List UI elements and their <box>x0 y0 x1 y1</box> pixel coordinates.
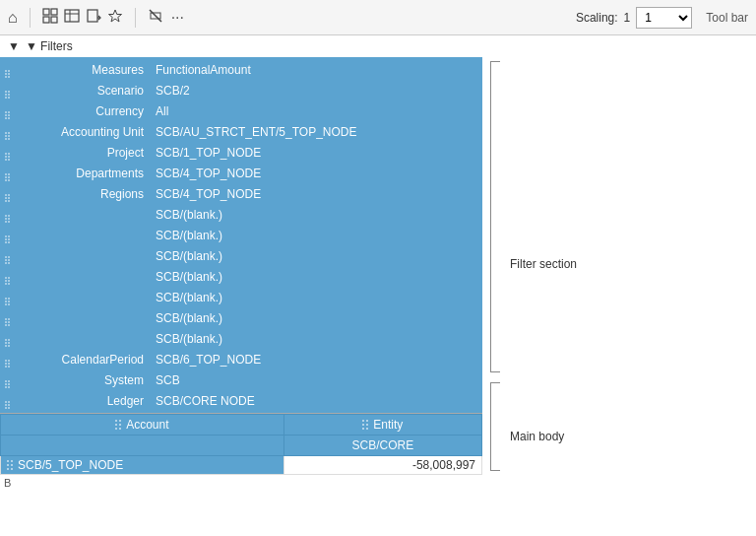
filter-row-value: SCB/(blank.) <box>152 266 482 287</box>
filter-row-label: Accounting Unit <box>14 121 152 142</box>
filter-row-label <box>14 266 152 287</box>
filter-row-drag <box>0 183 14 204</box>
filter-row-drag <box>0 287 14 307</box>
toolbar-separator-2 <box>135 8 136 28</box>
filter-row: ProjectSCB/1_TOP_NODE <box>0 142 482 163</box>
filter-row-drag <box>0 328 14 349</box>
star-icon[interactable] <box>107 8 123 27</box>
export-icon[interactable] <box>86 8 101 27</box>
filter-row-drag <box>0 266 14 287</box>
filter-row-drag <box>0 225 14 245</box>
filter-row-value: All <box>152 100 482 121</box>
filter-row: SCB/(blank.) <box>0 328 482 349</box>
footer-b-label: B <box>4 477 11 489</box>
scaling-label: Scaling: <box>576 11 618 25</box>
filter-row-value: SCB/AU_STRCT_ENT/5_TOP_NODE <box>152 121 482 142</box>
filter-table: MeasuresFunctionalAmount ScenarioSCB/2 C… <box>0 59 482 411</box>
filter-row-value: SCB/6_TOP_NODE <box>152 349 482 369</box>
table-icon[interactable] <box>64 8 80 27</box>
filter-row: MeasuresFunctionalAmount <box>0 59 482 80</box>
filter-row-value: SCB/4_TOP_NODE <box>152 163 482 183</box>
account-cell: SCB/5_TOP_NODE <box>1 456 284 475</box>
content-area: MeasuresFunctionalAmount ScenarioSCB/2 C… <box>0 57 756 491</box>
home-icon[interactable]: ⌂ <box>8 9 18 27</box>
filter-row-value: SCB/(blank.) <box>152 225 482 245</box>
svg-rect-4 <box>65 10 79 22</box>
filter-row: SCB/(blank.) <box>0 307 482 328</box>
filter-row-label: Regions <box>14 183 152 204</box>
filter-row: LedgerSCB/CORE NODE <box>0 390 482 411</box>
filter-row-label: Measures <box>14 59 152 80</box>
filter-row-label: Ledger <box>14 390 152 411</box>
toolbar-separator-1 <box>30 8 31 28</box>
filter-row: CalendarPeriodSCB/6_TOP_NODE <box>0 349 482 369</box>
filter-row-value: SCB/(blank.) <box>152 307 482 328</box>
filter-row-value: SCB/CORE NODE <box>152 390 482 411</box>
filter-row: ScenarioSCB/2 <box>0 80 482 100</box>
filter-row-label: Currency <box>14 100 152 121</box>
filter-row-label <box>14 307 152 328</box>
entity-col-header: Entity <box>284 415 481 436</box>
filter-row-drag <box>0 142 14 163</box>
filter-section: MeasuresFunctionalAmount ScenarioSCB/2 C… <box>0 57 482 413</box>
svg-line-10 <box>150 10 161 22</box>
filter-row: SystemSCB <box>0 369 482 390</box>
entity-subheader-value: SCB/CORE <box>351 438 413 452</box>
row-drag-handle <box>7 460 13 470</box>
filter-row-value: SCB <box>152 369 482 390</box>
filter-row-label <box>14 225 152 245</box>
account-drag-handle <box>115 420 121 430</box>
entity-subheader: SCB/CORE <box>284 436 481 456</box>
body-bracket <box>490 382 500 471</box>
more-icon[interactable]: ··· <box>171 9 184 27</box>
svg-rect-7 <box>88 10 97 22</box>
filter-row-drag <box>0 349 14 369</box>
filter-row-label: Project <box>14 142 152 163</box>
value-cell: -58,008,997 <box>284 456 481 475</box>
svg-rect-3 <box>51 17 57 23</box>
filter-row-label: System <box>14 369 152 390</box>
filter-row-label <box>14 287 152 307</box>
filter-row-label: CalendarPeriod <box>14 349 152 369</box>
filter-row-drag <box>0 59 14 80</box>
body-annotation: Main body <box>510 430 564 443</box>
filters-arrow-icon: ▼ <box>8 39 20 53</box>
filter-row-drag <box>0 204 14 225</box>
annotation-area: Filter section Main body <box>482 57 756 491</box>
filter-row-label: Departments <box>14 163 152 183</box>
filter-row-value: FunctionalAmount <box>152 59 482 80</box>
filters-toggle[interactable]: ▼ ▼ Filters <box>0 35 756 57</box>
account-row-value: SCB/5_TOP_NODE <box>18 458 123 472</box>
entity-header-label: Entity <box>373 418 403 432</box>
filter-row-drag <box>0 307 14 328</box>
filter-row-drag <box>0 80 14 100</box>
entity-drag-handle <box>362 420 368 430</box>
main-table: Account Entity <box>0 414 482 475</box>
footer: B <box>0 475 482 491</box>
filter-row: DepartmentsSCB/4_TOP_NODE <box>0 163 482 183</box>
svg-rect-2 <box>43 17 49 23</box>
filter-row-drag <box>0 390 14 411</box>
scaling-dropdown[interactable]: 1 10 100 1000 <box>636 7 692 29</box>
toolbar-icon-group <box>42 8 123 27</box>
account-header-label: Account <box>126 418 168 432</box>
account-subheader <box>1 436 284 456</box>
filter-row: SCB/(blank.) <box>0 225 482 245</box>
svg-marker-9 <box>108 10 121 22</box>
svg-rect-1 <box>51 9 57 15</box>
filter-row: SCB/(blank.) <box>0 266 482 287</box>
filter-row: CurrencyAll <box>0 100 482 121</box>
filter-row-value: SCB/(blank.) <box>152 328 482 349</box>
grid-icon[interactable] <box>42 8 58 27</box>
filter-row-drag <box>0 121 14 142</box>
no-format-icon[interactable] <box>148 8 163 27</box>
filter-row-drag <box>0 245 14 266</box>
filter-row: SCB/(blank.) <box>0 287 482 307</box>
filter-row-label: Scenario <box>14 80 152 100</box>
toolbar-right: Scaling: 1 1 10 100 1000 Tool bar <box>576 7 748 29</box>
svg-rect-0 <box>43 9 49 15</box>
toolbar-label: Tool bar <box>706 11 748 25</box>
filter-row: Accounting UnitSCB/AU_STRCT_ENT/5_TOP_NO… <box>0 121 482 142</box>
filter-annotation: Filter section <box>510 257 577 271</box>
filters-label: ▼ Filters <box>26 39 73 53</box>
